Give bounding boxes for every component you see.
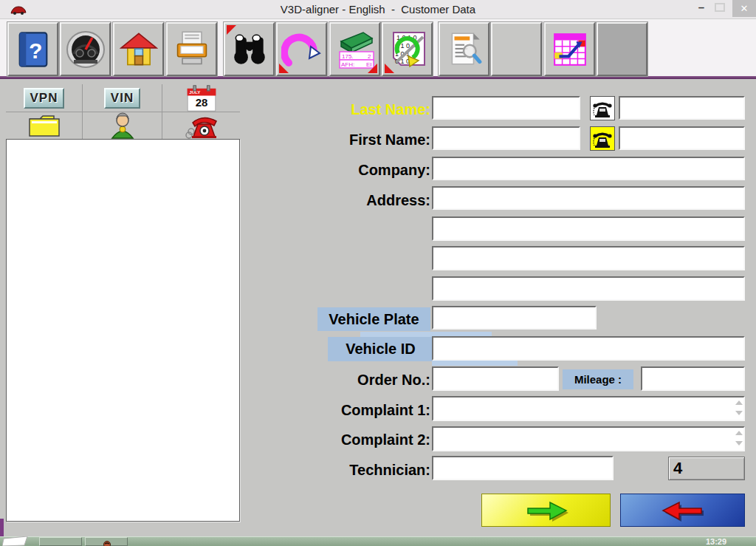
- red-corner-marker: [227, 25, 236, 35]
- phone-icon: [592, 129, 613, 149]
- order-no-label: Order No.:: [295, 370, 430, 390]
- home-icon: [120, 31, 158, 68]
- start-flag-icon[interactable]: [2, 536, 29, 546]
- complaint-1-input[interactable]: [432, 396, 745, 421]
- vehicle-id-label: Vehicle ID: [328, 337, 433, 361]
- panel-divider: [6, 112, 240, 112]
- vin-badge: VIN: [104, 88, 140, 109]
- search-button[interactable]: [224, 22, 275, 76]
- title-bar: V3D-aligner - English - Customer Data – …: [0, 0, 756, 19]
- scroll-up-arrow[interactable]: [735, 431, 743, 435]
- highlight-strip: [432, 361, 518, 366]
- green-arrow-right-icon: [518, 498, 575, 523]
- customer-button[interactable]: [83, 112, 162, 139]
- technician-label: Technician:: [295, 460, 430, 480]
- recalculate-button[interactable]: 1 0 1 0 0 1 0 = 1 0 1 0 1 0: [382, 22, 433, 76]
- date-button[interactable]: JULY 28: [162, 84, 240, 112]
- vehicle-plate-input[interactable]: [432, 306, 597, 330]
- folder-icon: [27, 113, 61, 138]
- back-button[interactable]: [620, 494, 745, 527]
- printer-icon: [173, 30, 211, 69]
- mileage-label: Mileage :: [563, 369, 633, 389]
- minimize-button[interactable]: –: [693, 0, 710, 17]
- red-arrow-left-icon: [654, 498, 712, 523]
- company-input[interactable]: [432, 157, 745, 180]
- last-name-input[interactable]: [432, 96, 580, 120]
- help-book-icon: ?: [14, 29, 52, 70]
- svg-text:AFH:: AFH:: [341, 61, 354, 68]
- vin-button[interactable]: VIN: [83, 84, 162, 112]
- red-corner-marker: [279, 64, 289, 73]
- calendar-icon: JULY 28: [187, 85, 216, 111]
- last-name-alt-input[interactable]: [619, 96, 745, 120]
- vehicle-id-input[interactable]: [432, 336, 745, 361]
- gauge-icon: [65, 29, 106, 70]
- svg-text:175.: 175.: [342, 53, 354, 60]
- print-button[interactable]: [166, 22, 217, 76]
- report-preview-button[interactable]: [439, 22, 489, 76]
- window-title: V3D-aligner - English - Customer Data: [0, 3, 756, 16]
- address-input-1[interactable]: [432, 186, 745, 210]
- vpn-button[interactable]: VPN: [6, 84, 82, 112]
- taskbar-clock: 13:29: [687, 537, 746, 546]
- scroll-down-arrow[interactable]: [735, 411, 743, 415]
- person-icon: [108, 112, 137, 139]
- chart-table-icon: [551, 31, 588, 68]
- maximize-button[interactable]: [715, 3, 725, 12]
- home-button[interactable]: [113, 22, 164, 76]
- scroll-down-arrow[interactable]: [735, 441, 743, 446]
- window-edge: [0, 519, 4, 536]
- dashboard-button[interactable]: [60, 22, 111, 76]
- svg-text:2: 2: [368, 53, 371, 60]
- phone-icon: [592, 99, 613, 118]
- taskbar-button-1[interactable]: [39, 537, 82, 546]
- empty-button-1[interactable]: [491, 22, 542, 76]
- mileage-input[interactable]: [641, 366, 745, 391]
- svg-text:?: ?: [29, 38, 42, 62]
- first-name-phone-button[interactable]: [590, 126, 615, 151]
- last-name-phone-button[interactable]: [590, 96, 615, 120]
- app-ball-icon: [103, 541, 111, 546]
- scroll-up-arrow[interactable]: [735, 400, 743, 405]
- taskbar-button-app[interactable]: [85, 537, 128, 546]
- first-name-alt-input[interactable]: [619, 126, 745, 150]
- first-name-input[interactable]: [432, 126, 580, 150]
- technician-count: 4: [668, 457, 745, 480]
- next-button[interactable]: [481, 494, 611, 527]
- red-corner-marker: [368, 64, 377, 73]
- chart-button[interactable]: [544, 22, 595, 76]
- report-preview-icon: [444, 29, 484, 70]
- complaint-2-label: Complaint 2:: [295, 430, 430, 450]
- address-label: Address:: [295, 191, 430, 211]
- help-button[interactable]: ?: [7, 22, 58, 76]
- erase-specs-button[interactable]: 175. 2 AFH: EI: [329, 22, 380, 76]
- application-window: V3D-aligner - English - Customer Data – …: [0, 0, 756, 546]
- vehicle-plate-label: Vehicle Plate: [317, 307, 430, 331]
- address-input-3[interactable]: [432, 246, 745, 270]
- close-button[interactable]: ✕: [732, 0, 756, 17]
- red-phone-icon: [184, 112, 219, 139]
- order-no-input[interactable]: [432, 366, 559, 391]
- red-corner-marker: [385, 64, 394, 73]
- empty-button-2[interactable]: [597, 22, 647, 76]
- first-name-label: First Name:: [295, 130, 430, 150]
- undo-button[interactable]: [276, 22, 327, 76]
- phone-list-button[interactable]: [162, 112, 240, 139]
- last-name-label: Last Name:: [295, 100, 430, 120]
- vpn-badge: VPN: [24, 88, 65, 109]
- technician-input[interactable]: [432, 456, 614, 480]
- company-label: Company:: [295, 160, 430, 180]
- address-input-2[interactable]: [432, 216, 745, 241]
- open-folder-button[interactable]: [6, 112, 82, 139]
- complaint-2-input[interactable]: [432, 426, 745, 451]
- complaint-1-label: Complaint 1:: [295, 400, 430, 420]
- customer-list[interactable]: [6, 139, 240, 522]
- address-input-4[interactable]: [432, 276, 745, 301]
- toolbar-divider: [0, 76, 756, 79]
